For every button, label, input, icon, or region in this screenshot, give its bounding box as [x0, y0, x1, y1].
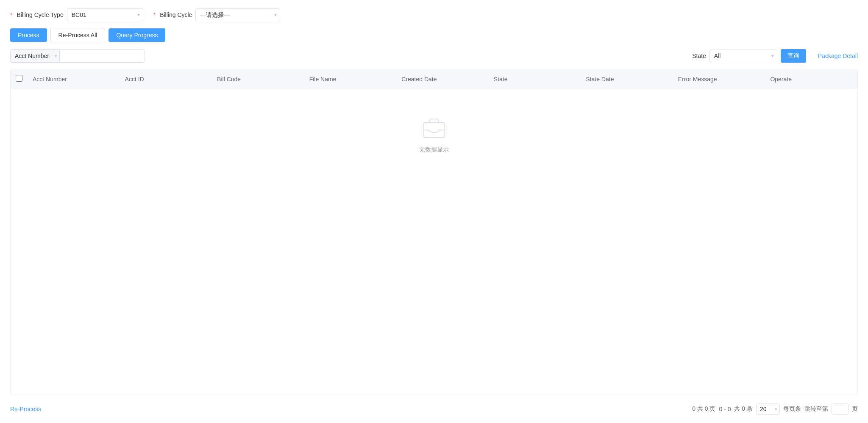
- acct-filter-type-select[interactable]: Acct Number: [11, 50, 60, 62]
- top-controls: * Billing Cycle Type BC01 BC02 BC03 ▾ * …: [10, 8, 858, 21]
- page-size-select-wrapper: 20 50 100 ▾: [756, 404, 780, 415]
- state-filter-label: State: [692, 53, 706, 59]
- billing-cycle-type-label: Billing Cycle Type: [17, 11, 63, 18]
- page-size-select[interactable]: 20 50 100: [756, 404, 780, 415]
- pagination: 0 共 0 页 0 - 0 共 0 条 20 50 100 ▾ 每页条 跳转至第…: [692, 404, 858, 415]
- select-all-checkbox[interactable]: [16, 75, 22, 82]
- query-button[interactable]: 查询: [781, 49, 806, 63]
- billing-cycle-type-select-wrapper: BC01 BC02 BC03 ▾: [67, 8, 143, 21]
- filter-row: Acct Number ▾ State All Success Failed P…: [10, 49, 858, 63]
- col-file-name: File Name: [304, 70, 397, 88]
- billing-cycle-group: * Billing Cycle ---请选择--- ▾: [153, 8, 281, 21]
- footer-row: Re-Process 0 共 0 页 0 - 0 共 0 条 20 50 100…: [10, 398, 858, 415]
- page-container: * Billing Cycle Type BC01 BC02 BC03 ▾ * …: [0, 0, 868, 423]
- query-progress-button[interactable]: Query Progress: [108, 28, 165, 42]
- col-acct-id: Acct ID: [120, 70, 212, 88]
- data-table: Acct Number Acct ID Bill Code File Name …: [11, 70, 857, 88]
- empty-inbox-icon: [420, 114, 448, 141]
- col-error-message: Error Message: [673, 70, 765, 88]
- range-text: 0 - 0: [719, 406, 731, 412]
- reprocess-link[interactable]: Re-Process: [10, 406, 41, 412]
- per-page-label: 每页条: [783, 405, 801, 413]
- billing-cycle-type-select[interactable]: BC01 BC02 BC03: [67, 8, 143, 21]
- billing-cycle-select[interactable]: ---请选择---: [195, 8, 280, 21]
- billing-cycle-label: Billing Cycle: [160, 11, 192, 18]
- data-table-container: Acct Number Acct ID Bill Code File Name …: [10, 69, 858, 395]
- acct-number-filter: Acct Number ▾: [10, 49, 145, 63]
- jump-to-page-input[interactable]: [832, 404, 849, 415]
- empty-text: 无数据显示: [419, 146, 449, 154]
- col-acct-number: Acct Number: [28, 70, 120, 88]
- billing-cycle-select-wrapper: ---请选择--- ▾: [195, 8, 280, 21]
- col-state-date: State Date: [581, 70, 673, 88]
- acct-number-input[interactable]: [60, 50, 145, 62]
- total-pages-text: 0 共 0 页: [692, 405, 715, 413]
- state-filter: State All Success Failed Processing ▾ 查询…: [692, 49, 858, 63]
- action-buttons-row: Process Re-Process All Query Progress: [10, 28, 858, 42]
- reprocess-all-button[interactable]: Re-Process All: [50, 28, 106, 42]
- state-select-wrapper: All Success Failed Processing ▾: [709, 50, 777, 62]
- billing-cycle-type-group: * Billing Cycle Type BC01 BC02 BC03 ▾: [10, 8, 143, 21]
- billing-cycle-type-required: *: [10, 11, 12, 18]
- table-header-row: Acct Number Acct ID Bill Code File Name …: [11, 70, 857, 88]
- col-operate: Operate: [765, 70, 857, 88]
- jump-suffix: 页: [852, 405, 858, 413]
- jump-label: 跳转至第: [804, 405, 828, 413]
- col-created-date: Created Date: [396, 70, 489, 88]
- state-select[interactable]: All Success Failed Processing: [709, 50, 777, 62]
- col-bill-code: Bill Code: [212, 70, 304, 88]
- package-detail-link[interactable]: Package Detail: [818, 53, 858, 59]
- total-records-text: 共 0 条: [734, 405, 753, 413]
- process-button[interactable]: Process: [10, 28, 47, 42]
- col-state: State: [489, 70, 581, 88]
- empty-state: 无数据显示: [11, 88, 857, 179]
- billing-cycle-required: *: [153, 11, 156, 18]
- col-checkbox: [11, 70, 28, 88]
- acct-filter-select-wrapper: Acct Number ▾: [11, 50, 60, 62]
